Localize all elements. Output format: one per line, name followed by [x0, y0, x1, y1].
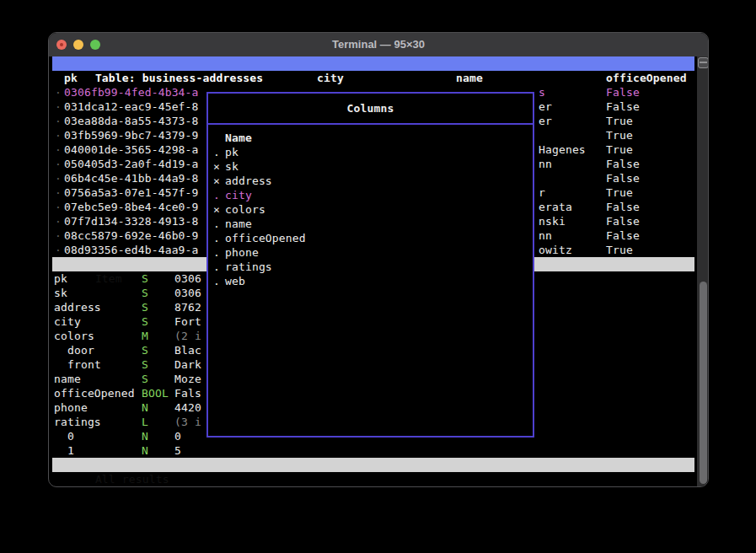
field-type: M: [142, 329, 148, 343]
field-type: N: [142, 429, 148, 443]
columns-list-item[interactable]: × address: [208, 174, 533, 188]
column-header-officeopened: officeOpened: [606, 71, 687, 85]
cell-name-fragment: nn: [539, 157, 552, 171]
status-bar: All results: [52, 458, 694, 472]
row-bullet-icon: ·: [55, 85, 62, 99]
row-bullet-icon: ·: [55, 243, 62, 257]
field-name: address: [54, 300, 101, 314]
field-type: S: [142, 314, 148, 329]
column-toggle-marker: .: [213, 231, 220, 245]
cell-name-fragment: s: [539, 85, 545, 99]
column-toggle-marker: .: [213, 245, 220, 260]
cell-name-fragment: nski: [539, 214, 566, 228]
column-name: address: [225, 174, 272, 188]
columns-list-item[interactable]: × colors: [208, 202, 533, 217]
field-value: 0306: [174, 286, 201, 300]
row-bullet-icon: ·: [55, 142, 62, 157]
column-name: name: [225, 217, 252, 231]
column-header-name: name: [456, 71, 483, 85]
cell-pk: 08cc5879-692e-46b0-9: [64, 228, 199, 243]
row-bullet-icon: ·: [55, 185, 62, 200]
cell-pk: 06b4c45e-41bb-44a9-8: [64, 171, 199, 185]
column-toggle-marker: .: [213, 188, 220, 202]
columns-list-item[interactable]: . web: [208, 274, 533, 288]
cell-pk: 08d93356-ed4b-4aa9-a: [64, 243, 199, 257]
field-type: S: [142, 343, 148, 357]
column-header-city: city: [317, 71, 344, 85]
row-bullet-icon: ·: [55, 128, 62, 142]
columns-list-header-label: Name: [225, 131, 252, 145]
column-toggle-marker: .: [213, 260, 220, 274]
columns-list-item[interactable]: . phone: [208, 245, 533, 260]
cell-office-opened: False: [606, 157, 640, 171]
column-name: officeOpened: [225, 231, 306, 245]
field-value: (2 i: [174, 329, 201, 343]
columns-list: . pk × sk × address . city × colors . na…: [208, 145, 533, 288]
cell-office-opened: False: [606, 99, 640, 114]
cell-name-fragment: r: [539, 185, 545, 200]
cell-office-opened: True: [606, 142, 633, 157]
columns-list-item[interactable]: . officeOpened: [208, 231, 533, 245]
cell-pk: 03fb5969-9bc7-4379-9: [64, 128, 199, 142]
blank-row: [52, 472, 694, 486]
field-value: 4420: [174, 400, 201, 415]
cell-name-fragment: owitz: [539, 243, 572, 257]
columns-list-item[interactable]: × sk: [208, 159, 533, 174]
cell-office-opened: True: [606, 185, 633, 200]
column-toggle-marker: ×: [213, 174, 220, 188]
cell-office-opened: False: [606, 214, 640, 228]
cell-name-fragment: Hagenes: [539, 142, 586, 157]
cell-office-opened: False: [606, 171, 640, 185]
field-name: officeOpened: [54, 386, 135, 400]
field-value: Fort: [174, 314, 201, 329]
cell-pk: 031dca12-eac9-45ef-8: [64, 99, 199, 114]
split-pane-button[interactable]: [698, 57, 709, 68]
column-name: colors: [225, 202, 265, 217]
columns-list-item[interactable]: . city: [208, 188, 533, 202]
window-title: Terminal — 95×30: [49, 33, 708, 56]
item-field-row[interactable]: 1 N 5: [52, 443, 694, 458]
scrollbar-thumb[interactable]: [700, 282, 707, 484]
field-name: 0: [67, 429, 74, 443]
column-header-pk: pk: [64, 71, 78, 85]
field-value: 0: [174, 429, 181, 443]
columns-dialog-title: Columns: [208, 94, 533, 125]
field-name: name: [54, 372, 81, 386]
row-bullet-icon: ·: [55, 214, 62, 228]
cell-name-fragment: erata: [539, 200, 572, 214]
columns-list-item[interactable]: . pk: [208, 145, 533, 159]
columns-list-item[interactable]: . ratings: [208, 260, 533, 274]
cell-office-opened: True: [606, 128, 633, 142]
cell-pk: 03ea88da-8a55-4373-8: [64, 114, 199, 128]
columns-dialog: Columns Name . pk × sk × address . city …: [206, 92, 534, 438]
field-value: 8762: [174, 300, 201, 314]
field-type: S: [142, 271, 148, 286]
field-name: city: [54, 314, 81, 329]
table-title-bar: Table: business-addresses: [52, 56, 694, 71]
column-name: ratings: [225, 260, 272, 274]
column-toggle-marker: .: [213, 145, 220, 159]
column-name: web: [225, 274, 245, 288]
columns-list-item[interactable]: . name: [208, 217, 533, 231]
row-bullet-icon: ·: [55, 171, 62, 185]
scrollbar[interactable]: [697, 56, 709, 487]
field-name: 1: [67, 443, 74, 458]
cell-name-fragment: er: [539, 114, 552, 128]
column-name: phone: [225, 245, 259, 260]
field-name: sk: [54, 286, 67, 300]
titlebar[interactable]: Terminal — 95×30: [49, 33, 708, 56]
cell-pk: 040001de-3565-4298-a: [64, 142, 199, 157]
cell-office-opened: False: [606, 85, 640, 99]
field-type: S: [142, 286, 148, 300]
field-value: (3 i: [174, 415, 201, 429]
field-name: colors: [54, 329, 94, 343]
field-name: phone: [54, 400, 88, 415]
field-value: 5: [174, 443, 181, 458]
column-toggle-marker: ×: [213, 159, 220, 174]
cell-pk: 0306fb99-4fed-4b34-a: [64, 85, 199, 99]
cell-pk: 07f7d134-3328-4913-8: [64, 214, 199, 228]
row-bullet-icon: ·: [55, 114, 62, 128]
row-bullet-icon: ·: [55, 157, 62, 171]
cell-office-opened: False: [606, 228, 640, 243]
cell-pk: 050405d3-2a0f-4d19-a: [64, 157, 199, 171]
